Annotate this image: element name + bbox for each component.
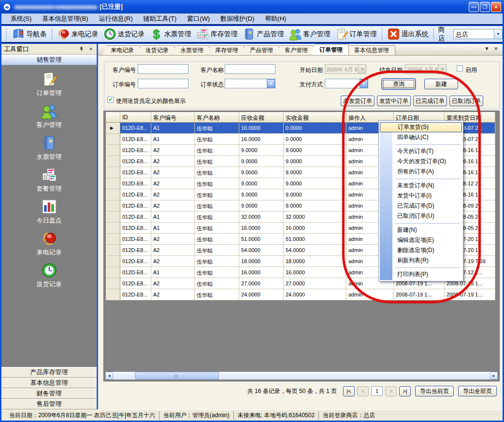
sidebar-group-button[interactable]: 产品库存管理	[1, 367, 97, 378]
menu-item[interactable]: 系统(S)	[5, 13, 37, 25]
row-selector[interactable]	[106, 200, 120, 211]
document-tab[interactable]: 水票管理	[172, 45, 210, 55]
sidebar-item[interactable]: 来电记录	[1, 230, 97, 257]
row-selector[interactable]	[106, 189, 120, 200]
context-menu-item[interactable]	[380, 142, 462, 146]
sidebar-item[interactable]: 客户管理	[1, 103, 97, 129]
column-header[interactable]: 实收金额	[284, 112, 346, 123]
context-menu-item[interactable]: 新建(N)	[380, 225, 462, 235]
chevron-down-icon[interactable]: ▼	[360, 79, 368, 88]
menu-item[interactable]: 基本信息管理(B)	[37, 13, 93, 25]
document-tab[interactable]: 送货记录	[137, 45, 175, 55]
context-menu-item[interactable]	[380, 221, 462, 225]
context-menu-item[interactable]: 今天的发货订单(O)	[380, 156, 462, 167]
minimize-button[interactable]: —	[469, 2, 479, 12]
row-selector[interactable]	[106, 156, 120, 167]
toolbar-button[interactable]: 产品管理	[240, 27, 287, 41]
close-button[interactable]: ×	[491, 2, 501, 12]
context-menu-item[interactable]: 今天的订单(T)	[380, 146, 462, 156]
document-tab[interactable]: 基本信息管理	[346, 45, 395, 55]
column-header[interactable]: 客户编号	[151, 112, 195, 123]
query-button[interactable]: 查询	[382, 79, 416, 89]
prev-page-button[interactable]: <	[357, 386, 369, 396]
row-selector[interactable]	[106, 256, 120, 267]
tab-list-dropdown-icon[interactable]: ▼	[485, 46, 490, 51]
chevron-down-icon[interactable]: ▼	[494, 29, 502, 39]
toolbar-button[interactable]: $ 水票管理	[147, 27, 194, 41]
row-selector[interactable]	[106, 211, 120, 223]
scroll-right-icon[interactable]: ►	[490, 372, 498, 380]
row-selector[interactable]	[106, 245, 120, 256]
maximize-button[interactable]: ❐	[480, 2, 490, 12]
menu-item[interactable]: 数据维护(D)	[215, 13, 259, 25]
sidebar-group-button[interactable]: 财务管理	[1, 388, 97, 399]
last-page-button[interactable]: >|	[399, 386, 411, 396]
context-menu-item[interactable]: 编辑选定项(E)	[380, 235, 462, 245]
new-button[interactable]: 新建	[424, 79, 458, 89]
document-tab[interactable]: 客户管理	[276, 45, 314, 55]
context-menu-item[interactable]: 已取消订单(U)	[380, 211, 462, 221]
row-selector[interactable]	[106, 145, 120, 156]
order-filter-button[interactable]: 发货中订单	[377, 96, 411, 106]
date-enable-checkbox[interactable]	[457, 65, 463, 71]
context-menu-item[interactable]: 回单确认(C)	[380, 132, 462, 142]
start-date-picker[interactable]: 2009年 6月 8日 ▼	[325, 64, 366, 74]
document-tab[interactable]: 来电记录	[102, 45, 140, 55]
context-menu-item[interactable]: 打印列表(P)	[380, 269, 462, 280]
sidebar-item[interactable]: 订单管理	[1, 71, 97, 98]
row-selector[interactable]	[106, 223, 120, 234]
sidebar-group-button[interactable]: 售后管理	[1, 399, 97, 409]
menu-item[interactable]: 窗口(W)	[182, 13, 215, 25]
toolbar-button[interactable]: 退出系统	[385, 27, 431, 41]
pin-icon[interactable]	[78, 46, 85, 53]
toolbar-button[interactable]: 库存管理	[194, 27, 240, 41]
document-tab[interactable]: 库存管理	[206, 45, 245, 55]
toolbar-button[interactable]: 客户管理	[287, 27, 333, 41]
sidebar-item[interactable]: 套餐管理	[1, 167, 97, 193]
context-menu-item[interactable]: 发货中订单(I)	[380, 191, 462, 201]
context-menu-item[interactable]: 已完成订单(D)	[380, 201, 462, 211]
table-row[interactable]: 012D-E8... A2 伍华聪 24.0000 24.0000 admin …	[106, 289, 495, 300]
document-tab[interactable]: 订单管理	[311, 44, 349, 55]
sidebar-item[interactable]: 今日盘点	[1, 198, 97, 225]
context-menu-item[interactable]: 订单发货(S)	[380, 122, 462, 132]
menu-item[interactable]: 辅助工具(T)	[138, 13, 182, 25]
sidebar-item[interactable]: 水票管理	[1, 135, 97, 161]
toolbar-button[interactable]: 订单管理	[333, 27, 379, 41]
scrollbar-thumb[interactable]	[135, 372, 219, 380]
toolbar-button[interactable]: 导航条	[10, 27, 49, 41]
context-menu-item[interactable]: 刷新列表(R)	[380, 255, 462, 266]
sidebar-section-sales[interactable]: 销售管理	[1, 55, 97, 65]
row-selector[interactable]	[106, 278, 120, 289]
context-menu-item[interactable]: 所有的订单(A)	[380, 167, 462, 177]
row-selector[interactable]	[106, 289, 120, 300]
menu-item[interactable]: 运行信息(R)	[94, 13, 138, 25]
shop-combobox[interactable]: 总店 ▼	[453, 29, 503, 39]
row-selector[interactable]	[106, 234, 120, 245]
tab-close-icon[interactable]: ×	[494, 45, 498, 52]
chevron-down-icon[interactable]: ▼	[267, 79, 275, 88]
order-filter-button[interactable]: 已取消订单	[449, 96, 483, 106]
column-header[interactable]	[106, 112, 120, 123]
row-selector[interactable]	[106, 134, 120, 145]
column-header[interactable]: 应收金额	[239, 112, 284, 123]
horizontal-scrollbar[interactable]: ◄ ►	[105, 372, 498, 380]
toolbar-grip[interactable]	[5, 28, 8, 41]
order-filter-button[interactable]: 未发货订单	[341, 96, 374, 106]
sidebar-item[interactable]: 送货记录	[1, 262, 97, 289]
row-selector[interactable]	[106, 123, 120, 134]
customer-code-input[interactable]	[138, 64, 188, 74]
row-selector[interactable]	[106, 267, 120, 278]
end-date-picker[interactable]: 2009年 6月 8日 ▼	[405, 64, 446, 74]
row-selector[interactable]	[106, 178, 120, 189]
row-selector[interactable]	[106, 167, 120, 178]
context-menu-item[interactable]	[380, 266, 462, 269]
scroll-left-icon[interactable]: ◄	[105, 372, 113, 380]
next-page-button[interactable]: >	[385, 386, 397, 396]
order-code-input[interactable]	[138, 79, 188, 88]
toolbar-button[interactable]: 送货记录	[101, 27, 147, 41]
export-current-page-button[interactable]: 导出当前页	[415, 386, 454, 396]
column-header[interactable]: ID	[120, 112, 151, 123]
pay-method-select[interactable]: ▼	[325, 79, 368, 88]
order-filter-button[interactable]: 已完成订单	[413, 96, 447, 106]
